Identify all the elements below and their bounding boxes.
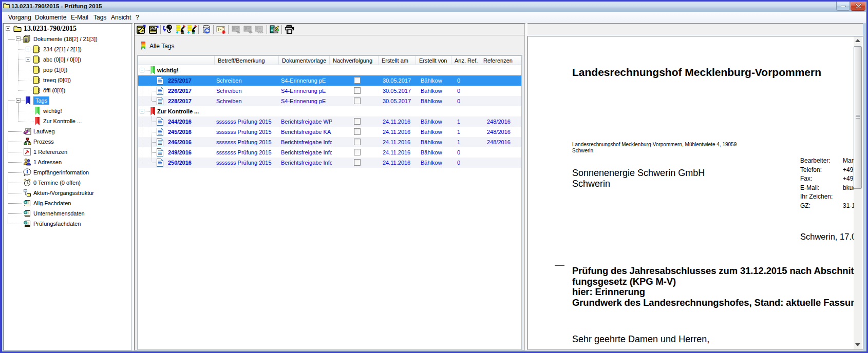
svg-text:St: St — [181, 31, 184, 34]
svg-text:i: i — [194, 31, 195, 34]
